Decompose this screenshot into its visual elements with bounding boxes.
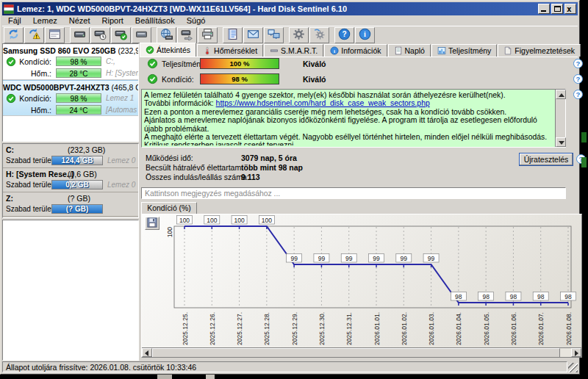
partition-item[interactable]: H: [System Rese..](0,6 GB)Szabad terület…: [3, 168, 138, 192]
scrollbar-thumb[interactable]: [152, 348, 560, 358]
check-icon: [147, 58, 158, 69]
free-space-label: Szabad terület: [6, 181, 54, 189]
tab-homerseklet[interactable]: Hőmérséklet: [197, 44, 263, 57]
message-line: A meghajtó elérte a tervezett élettartam…: [144, 133, 553, 141]
toolbar-network-disk-button[interactable]: [157, 27, 176, 43]
metric-row-kondicio: Kondíció:98 %Kiváló: [147, 73, 559, 85]
tab-naplo[interactable]: Napló: [388, 44, 431, 57]
toolbar-refresh-warning-button[interactable]: [24, 27, 44, 43]
toolbar-help-button[interactable]: ?: [334, 27, 354, 43]
toolbar-disk-ok-button[interactable]: [111, 27, 131, 43]
resize-grip[interactable]: [568, 363, 578, 372]
stat-label: Becsült hátralévő élettartam:: [146, 163, 243, 172]
svg-text:2026.01.03.: 2026.01.03.: [428, 312, 435, 345]
svg-text:2026.01.06.: 2026.01.06.: [510, 312, 517, 345]
partition-name: Z:: [6, 194, 13, 203]
stat-value: 3079 nap, 5 óra: [241, 154, 297, 162]
toolbar-remote-computers-button[interactable]: [264, 27, 284, 43]
menu-bar: FájlLemezNézetRiportBeállításokSúgó: [2, 15, 578, 26]
toolbar-disk-surface-button[interactable]: [132, 27, 151, 43]
chart-horizontal-scrollbar[interactable]: [142, 347, 581, 357]
disk-item[interactable]: WDC WD5000BPVT-24HXZT3 (465,8 GB)Kondíci…: [3, 80, 138, 116]
taskbar-fragment: [206, 375, 215, 379]
main-panel: ÁttekintésHőmérsékletS.M.A.R.T.iInformác…: [140, 43, 578, 361]
menu-lemez[interactable]: Lemez: [27, 15, 63, 26]
tab-attekintes[interactable]: Áttekintés: [140, 43, 196, 57]
partition-list: C:(232,3 GB)Szabad terület124,4 GBLemez …: [2, 143, 139, 218]
menu-sugo[interactable]: Súgó: [181, 15, 212, 26]
tab-label: Áttekintés: [157, 46, 190, 54]
svg-text:2026.01.01.: 2026.01.01.: [373, 312, 381, 345]
disk-size: (465,8 GB): [110, 83, 138, 92]
disk-name: WDC WD5000BPVT-24HXZT3: [3, 83, 110, 92]
scroll-right-button[interactable]: [571, 348, 581, 357]
svg-text:98: 98: [455, 293, 462, 300]
toolbar-settings-gear-button[interactable]: [289, 27, 309, 43]
tab-figyelmeztetesek[interactable]: Figyelmeztetések: [498, 44, 581, 57]
app-icon: [4, 4, 14, 14]
tab-s.m.a.r.t.[interactable]: S.M.A.R.T.: [264, 44, 323, 57]
menu-nezet[interactable]: Nézet: [63, 15, 96, 26]
disk-title: Samsung SSD 860 EVO 250GB (232,9 GB) Le: [3, 44, 138, 55]
tab-condition-chart[interactable]: Kondíció (%): [141, 202, 197, 214]
temperature-bar: 24 °C: [56, 105, 101, 115]
save-chart-button[interactable]: [145, 217, 159, 230]
toolbar-mail-button[interactable]: [243, 27, 263, 43]
partition-disk: Lemez 0: [107, 156, 135, 165]
stat-row: Működési idő:3079 nap, 5 óra: [146, 154, 454, 163]
menu-fajl[interactable]: Fájl: [2, 15, 27, 26]
svg-text:2026.01.02.: 2026.01.02.: [401, 312, 408, 345]
minimize-button[interactable]: [538, 4, 550, 14]
toolbar-log-document-button[interactable]: [223, 27, 243, 43]
toolbar-disk-test-button[interactable]: [70, 27, 90, 43]
toolbar-report-window-button[interactable]: [45, 27, 65, 43]
toolbar-sound-settings-button[interactable]: [309, 27, 329, 43]
tab-informaciok[interactable]: iInformációk: [324, 44, 387, 57]
retest-button[interactable]: Újratesztelés: [519, 153, 573, 166]
disk-right-text: C:,: [106, 57, 115, 65]
svg-text:100: 100: [166, 227, 173, 237]
condition-bar: 98 %: [56, 93, 101, 103]
toolbar: ?i: [2, 26, 578, 43]
toolbar-printer-button[interactable]: [198, 27, 218, 43]
toolbar-refresh-button[interactable]: [4, 27, 24, 43]
tab-label: Figyelmeztetések: [514, 46, 575, 55]
check-icon: [147, 73, 158, 84]
menu-beallitasok[interactable]: Beállítások: [129, 15, 181, 26]
scroll-left-button[interactable]: [142, 348, 152, 357]
close-button[interactable]: x: [564, 4, 576, 14]
help-icon[interactable]: ?: [573, 74, 583, 84]
tab-teljesitmeny[interactable]: Teljesítmény: [431, 44, 497, 57]
titlebar[interactable]: Lemez: 1, WDC WD5000BPVT-24HXZT3 [WD-WX1…: [2, 2, 578, 15]
message-scrollbar[interactable]: [555, 90, 565, 147]
status-text: Állapot utoljára frissítve: 2026.01.08. …: [2, 361, 567, 372]
svg-text:i: i: [364, 30, 366, 38]
info-icon: i: [330, 46, 339, 55]
metric-value: 100 %: [201, 59, 279, 68]
help-icon[interactable]: ?: [573, 59, 583, 68]
svg-text:2025.12.28.: 2025.12.28.: [263, 312, 270, 345]
metric-row-teljesitmeny: Teljesítmény:100 %Kiváló: [147, 58, 559, 70]
scroll-down-button[interactable]: [556, 137, 566, 147]
help-icon[interactable]: ?: [573, 90, 583, 99]
message-line: Ajánlatos a merevlemez naplójának bizony…: [144, 116, 553, 133]
free-space-bar: (? GB): [51, 204, 103, 214]
network-disk-icon: [160, 28, 173, 43]
partition-item[interactable]: Z:(? GB)Szabad terület(? GB): [3, 192, 138, 217]
disk-item[interactable]: Samsung SSD 860 EVO 250GB (232,9 GB) LeK…: [3, 44, 138, 80]
partition-item[interactable]: C:(232,3 GB)Szabad terület124,4 GBLemez …: [3, 144, 138, 168]
settings-gear-icon: [293, 28, 305, 43]
metric-value: 98 %: [201, 75, 279, 83]
performance-icon: [437, 46, 446, 55]
toolbar-disk-clock-button[interactable]: [90, 27, 110, 43]
scroll-up-button[interactable]: [556, 90, 566, 99]
stat-value: 9 113: [241, 173, 260, 181]
menu-riport[interactable]: Riport: [96, 15, 129, 26]
maximize-button[interactable]: [551, 4, 563, 14]
disk-right-text: H: [System Re: [106, 69, 139, 77]
floppy-icon: [147, 217, 157, 228]
comment-input[interactable]: [141, 187, 566, 199]
toolbar-disk-export-button[interactable]: [177, 27, 197, 43]
toolbar-info-button[interactable]: i: [355, 27, 375, 43]
message-link[interactable]: https://www.hdsentinel.com/hard_disk_cas…: [216, 99, 430, 107]
